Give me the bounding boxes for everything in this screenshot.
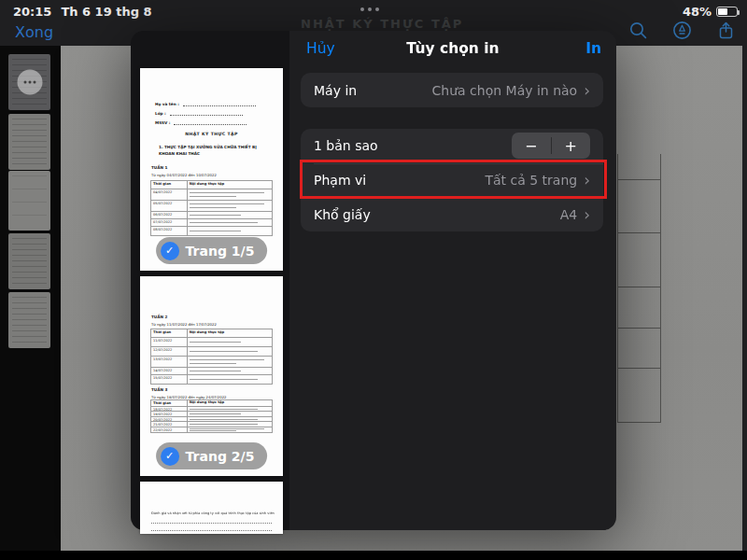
page-thumbnail-3[interactable] (8, 171, 50, 231)
week2-table: Thời gianNội dung thực tập 11/07/2022 12… (150, 329, 273, 385)
checkmark-icon: ✓ (161, 242, 179, 260)
page-thumbnail-2[interactable] (8, 114, 50, 170)
copies-row: 1 bản sao − + (301, 129, 603, 163)
dialog-title: Tùy chọn in (289, 40, 616, 57)
page-thumbnail-5[interactable] (8, 292, 50, 348)
week3-table: Thời gianNội dung thực tập 18/07/2022 19… (150, 399, 273, 433)
info-label: Lớp : (155, 111, 166, 116)
printer-label: Máy in (314, 83, 357, 98)
paper-size-row[interactable]: Khổ giấy A4 › (301, 197, 603, 231)
mini-week-heading: TUẦN 3 (151, 387, 167, 392)
battery-percent: 48% (683, 5, 712, 19)
more-options-icon (17, 70, 42, 95)
range-value: Tất cả 5 trang (485, 173, 577, 188)
copies-stepper: − + (512, 133, 590, 159)
increment-button[interactable]: + (552, 133, 591, 159)
share-icon[interactable] (716, 21, 736, 40)
range-row[interactable]: Phạm vi Tất cả 5 trang › (301, 163, 603, 198)
screen: NHẬT KÝ THỰC TẬP 20:15 Th 6 19 thg 8 48%… (0, 0, 747, 560)
chevron-right-icon: › (584, 174, 590, 187)
bottom-edge (0, 551, 747, 560)
done-button[interactable]: Xong (15, 23, 53, 41)
week1-table: Thời gianNội dung thực tập 04/07/2022 05… (150, 180, 273, 236)
page-2-selected-badge[interactable]: ✓ Trang 2/5 (156, 442, 268, 469)
paper-size-value: A4 (560, 207, 577, 222)
mini-doc-text: Đánh giá và nhận xét từ phía công ty với… (151, 511, 275, 515)
mini-week-heading: TUẦN 1 (151, 165, 167, 170)
mini-date-range: Từ ngày 04/07/2022 đến 10/07/2022 (151, 173, 217, 177)
mini-week-heading: TUẦN 2 (151, 315, 167, 319)
search-icon[interactable] (628, 21, 648, 40)
print-preview-pane: Họ và tên : Lớp : MSSV : NHẬT KÝ THỰC TẬ… (131, 31, 289, 530)
page-1-selected-badge[interactable]: ✓ Trang 1/5 (156, 237, 268, 264)
checkmark-icon: ✓ (161, 447, 179, 466)
printer-value: Chưa chọn Máy in nào (432, 83, 578, 98)
preview-page-2[interactable]: TUẦN 2 Từ ngày 11/07/2022 đến 17/07/2022… (140, 276, 283, 476)
mini-doc-title: NHẬT KÝ THỰC TẬP (140, 132, 283, 136)
background-table-fragment (617, 154, 661, 423)
battery-icon (716, 7, 738, 17)
info-label: Họ và tên : (155, 102, 179, 106)
decrement-button[interactable]: − (512, 133, 551, 159)
range-label: Phạm vi (314, 173, 366, 188)
print-button[interactable]: In (585, 40, 601, 57)
chevron-right-icon: › (584, 208, 590, 221)
chevron-right-icon: › (584, 84, 590, 97)
badge-label: Trang 2/5 (186, 449, 255, 464)
info-label: MSSV : (155, 120, 170, 125)
dialog-header: Hủy Tùy chọn in In (289, 31, 616, 66)
print-options-pane: Hủy Tùy chọn in In Máy in Chưa chọn Máy … (289, 31, 616, 530)
page-thumbnail-1[interactable] (8, 54, 50, 110)
markup-icon[interactable] (672, 21, 692, 40)
print-options-dialog: Họ và tên : Lớp : MSSV : NHẬT KÝ THỰC TẬ… (131, 31, 616, 530)
mini-doc-section: 1. THỰC TẬP TẠI XƯỞNG SỬA CHỮA THIẾT BỊ … (159, 145, 274, 157)
date: Th 6 19 thg 8 (61, 5, 151, 19)
page-thumbnail-4[interactable] (8, 233, 50, 289)
mini-date-range: Từ ngày 11/07/2022 đến 17/07/2022 (151, 322, 217, 327)
badge-label: Trang 1/5 (186, 244, 255, 259)
preview-page-3[interactable]: Đánh giá và nhận xét từ phía công ty với… (140, 482, 283, 534)
copies-label: 1 bản sao (314, 138, 378, 153)
preview-page-1[interactable]: Họ và tên : Lớp : MSSV : NHẬT KÝ THỰC TẬ… (140, 68, 283, 271)
background-document-title: NHẬT KÝ THỰC TẬP (301, 17, 463, 31)
thumbnail-sidebar (0, 46, 61, 551)
paper-size-label: Khổ giấy (314, 207, 371, 222)
clock: 20:15 (13, 5, 51, 19)
multitasking-indicator[interactable] (360, 7, 379, 11)
printer-row[interactable]: Máy in Chưa chọn Máy in nào › (301, 73, 603, 107)
